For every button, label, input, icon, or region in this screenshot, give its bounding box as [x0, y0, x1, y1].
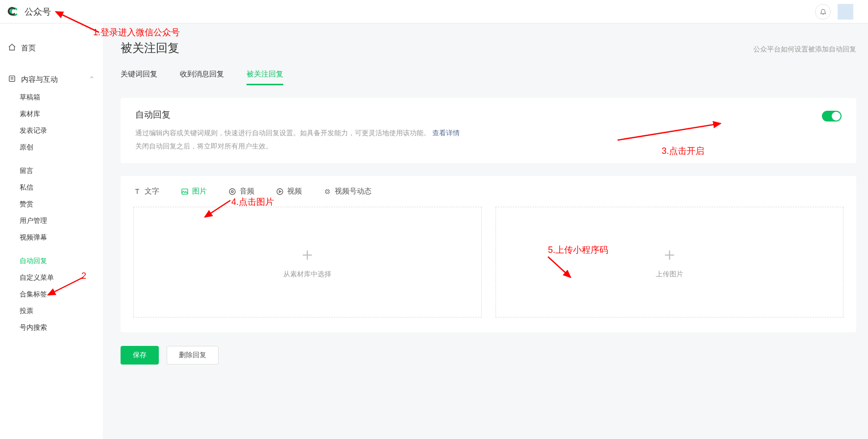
type-tab-text[interactable]: 文字	[133, 187, 159, 196]
auto-reply-toggle[interactable]	[822, 111, 842, 122]
sidebar-label: 首页	[21, 44, 36, 53]
sidebar-item-user-mgmt[interactable]: 用户管理	[0, 213, 103, 229]
sidebar-item-reward[interactable]: 赞赏	[0, 196, 103, 213]
view-details-link[interactable]: 查看详情	[432, 129, 460, 137]
plus-icon: ＋	[298, 245, 316, 263]
notifications-button[interactable]	[815, 4, 831, 20]
sidebar-group-content[interactable]: 内容与互动 ⌃	[0, 68, 103, 89]
sidebar-item-home[interactable]: 首页	[0, 38, 103, 58]
avatar[interactable]	[838, 4, 853, 20]
type-tab-image-label: 图片	[192, 187, 207, 196]
type-tab-video[interactable]: 视频	[276, 187, 302, 196]
help-link[interactable]: 公众平台如何设置被添加自动回复	[753, 45, 856, 54]
top-bar: 公众号	[0, 0, 868, 24]
sidebar-item-publish-log[interactable]: 发表记录	[0, 122, 103, 139]
save-button[interactable]: 保存	[121, 346, 159, 365]
tab-keyword-reply[interactable]: 关键词回复	[121, 70, 157, 85]
sidebar: 首页 内容与互动 ⌃ 草稿箱 素材库 发表记录 原创 留言 私信 赞赏 用户管理…	[0, 24, 103, 439]
tab-follow-reply[interactable]: 被关注回复	[247, 70, 283, 85]
sidebar-item-vote[interactable]: 投票	[0, 303, 103, 319]
sidebar-item-collection-tag[interactable]: 合集标签	[0, 286, 103, 303]
auto-reply-desc-line1: 通过编辑内容或关键词规则，快速进行自动回复设置。如具备开发能力，可更灵活地使用该…	[135, 129, 430, 137]
plus-icon: ＋	[661, 245, 678, 263]
auto-reply-title: 自动回复	[135, 109, 460, 121]
select-from-library-label: 从素材库中选择	[283, 270, 331, 279]
channel-icon	[323, 188, 331, 195]
delete-reply-button[interactable]: 删除回复	[167, 346, 219, 365]
upload-image-zone[interactable]: ＋ 上传图片	[496, 207, 844, 317]
sidebar-group-label: 内容与互动	[21, 75, 58, 84]
reply-content-card: 文字 图片 音频 视频	[121, 176, 856, 332]
type-tab-image[interactable]: 图片	[181, 187, 207, 196]
type-tab-channel-label: 视频号动态	[335, 187, 372, 196]
image-icon	[181, 188, 189, 195]
content-type-tabs: 文字 图片 音频 视频	[133, 185, 843, 204]
type-tab-audio-label: 音频	[240, 187, 254, 196]
tab-message-reply[interactable]: 收到消息回复	[180, 70, 224, 85]
type-tab-channel[interactable]: 视频号动态	[323, 187, 372, 196]
home-icon	[8, 43, 16, 53]
type-tab-audio[interactable]: 音频	[228, 187, 254, 196]
audio-icon	[228, 188, 236, 195]
type-tab-video-label: 视频	[287, 187, 302, 196]
sidebar-item-auto-reply[interactable]: 自动回复	[0, 253, 103, 269]
svg-point-4	[231, 191, 233, 193]
upload-image-label: 上传图片	[656, 270, 683, 279]
text-icon	[133, 188, 141, 195]
sidebar-item-original[interactable]: 原创	[0, 139, 103, 156]
auto-reply-desc: 通过编辑内容或关键词规则，快速进行自动回复设置。如具备开发能力，可更灵活地使用该…	[135, 126, 460, 152]
sidebar-item-dm[interactable]: 私信	[0, 179, 103, 196]
reply-tabs: 关键词回复 收到消息回复 被关注回复	[121, 70, 856, 85]
svg-point-3	[229, 189, 235, 195]
sidebar-item-insearch[interactable]: 号内搜索	[0, 319, 103, 336]
list-icon	[8, 74, 16, 84]
main-content: 被关注回复 公众平台如何设置被添加自动回复 关键词回复 收到消息回复 被关注回复…	[103, 24, 868, 439]
sidebar-item-materials[interactable]: 素材库	[0, 106, 103, 122]
select-from-library-zone[interactable]: ＋ 从素材库中选择	[133, 207, 482, 317]
page-title: 被关注回复	[121, 40, 179, 56]
type-tab-text-label: 文字	[145, 187, 159, 196]
wechat-logo-icon	[7, 5, 20, 18]
sidebar-item-custom-menu[interactable]: 自定义菜单	[0, 269, 103, 286]
svg-point-5	[277, 189, 283, 195]
brand-name: 公众号	[25, 6, 51, 18]
chevron-up-icon: ⌃	[89, 75, 95, 84]
sidebar-item-drafts[interactable]: 草稿箱	[0, 89, 103, 106]
sidebar-item-video-danmu[interactable]: 视频弹幕	[0, 229, 103, 246]
sidebar-item-comments[interactable]: 留言	[0, 163, 103, 179]
auto-reply-card: 自动回复 通过编辑内容或关键词规则，快速进行自动回复设置。如具备开发能力，可更灵…	[121, 98, 856, 163]
auto-reply-desc-line2: 关闭自动回复之后，将立即对所有用户生效。	[135, 142, 273, 150]
video-icon	[276, 188, 284, 195]
